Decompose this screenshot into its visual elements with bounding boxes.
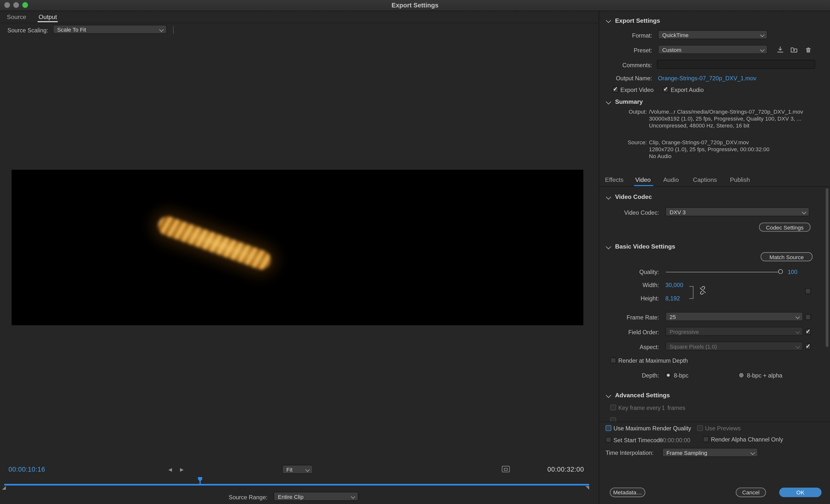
export-audio-checkbox[interactable]: ✓: [663, 87, 669, 93]
delete-preset-icon[interactable]: [804, 45, 812, 54]
left-tabs-divider: [0, 23, 599, 23]
timeline-scrubber[interactable]: [4, 484, 589, 485]
use-max-render-quality-checkbox[interactable]: [606, 425, 611, 431]
format-value: QuickTime: [662, 31, 689, 38]
advanced-settings-header[interactable]: Advanced Settings: [615, 392, 670, 398]
timeline-end-handle[interactable]: [585, 486, 589, 490]
time-interpolation-dropdown[interactable]: Frame Sampling: [662, 448, 758, 457]
export-video-checkbox[interactable]: ✓: [612, 87, 618, 93]
set-in-point-icon[interactable]: ◀: [168, 467, 172, 472]
footer-divider: [599, 422, 830, 422]
aspect-value: Square Pixels (1.0): [670, 343, 717, 349]
field-order-match-checkbox[interactable]: ✓: [805, 329, 811, 335]
render-alpha-only-checkbox[interactable]: [703, 436, 709, 442]
summary-source-label: Source:: [598, 139, 647, 146]
tab-audio[interactable]: Audio: [663, 177, 679, 183]
playhead-stem: [199, 481, 200, 485]
chevron-down-icon[interactable]: [606, 99, 611, 104]
chevron-down-icon: [305, 467, 310, 472]
preset-dropdown[interactable]: Custom: [658, 45, 767, 54]
summary-header[interactable]: Summary: [615, 98, 643, 105]
scrollbar-thumb[interactable]: [826, 188, 829, 347]
depth-8bpc-radio[interactable]: [665, 372, 671, 378]
metadata-button[interactable]: Metadata…: [610, 488, 645, 497]
tab-publish[interactable]: Publish: [730, 177, 750, 183]
export-settings-header[interactable]: Export Settings: [615, 18, 660, 24]
source-range-dropdown[interactable]: Entire Clip: [274, 492, 358, 501]
output-name-label: Output Name:: [598, 75, 652, 81]
ok-button[interactable]: OK: [779, 488, 821, 497]
source-range-label: Source Range:: [229, 494, 267, 500]
format-label: Format:: [598, 32, 652, 39]
frame-rate-label: Frame Rate:: [606, 314, 659, 321]
zoom-level-value: Fit: [286, 466, 293, 473]
tab-output[interactable]: Output: [38, 14, 57, 20]
summary-output-line: Uncompressed, 48000 Hz, Stereo, 16 bit: [649, 122, 749, 129]
import-preset-icon[interactable]: [790, 45, 798, 54]
chevron-down-icon: [795, 344, 800, 348]
depth-8bpc-alpha-radio[interactable]: [739, 372, 744, 378]
chevron-down-icon: [351, 494, 355, 499]
chevron-down-icon[interactable]: [606, 393, 611, 398]
separator-tick: [173, 26, 173, 34]
zoom-level-dropdown[interactable]: Fit: [282, 465, 313, 474]
basic-video-settings-header[interactable]: Basic Video Settings: [615, 243, 675, 250]
frame-rate-dropdown[interactable]: 25: [665, 312, 803, 321]
video-codec-header[interactable]: Video Codec: [615, 194, 652, 200]
quality-value[interactable]: 100: [788, 269, 797, 275]
chevron-down-icon[interactable]: [606, 195, 611, 200]
aspect-dropdown: Square Pixels (1.0): [665, 342, 803, 350]
summary-source-line: 1280x720 (1.0), 25 fps, Progressive, 00:…: [649, 146, 770, 153]
preset-label: Preset:: [598, 47, 652, 54]
dimensions-match-checkbox[interactable]: [805, 288, 811, 294]
video-codec-dropdown[interactable]: DXV 3: [665, 207, 809, 216]
comments-label: Comments:: [598, 62, 652, 68]
aspect-label: Aspect:: [606, 344, 659, 350]
frame-rate-match-checkbox[interactable]: [805, 314, 811, 320]
chevron-down-icon[interactable]: [606, 244, 611, 249]
depth-8bpc-label: 8-bpc: [674, 372, 689, 379]
chevron-down-icon: [795, 329, 800, 334]
chevron-down-icon: [760, 47, 765, 52]
field-order-value: Progressive: [670, 328, 699, 335]
chevron-down-icon: [751, 450, 755, 455]
cancel-button[interactable]: Cancel: [736, 488, 766, 497]
summary-output-line: 30000x8192 (1.0), 25 fps, Progressive, Q…: [649, 115, 801, 122]
summary-output-line: /Volume...r Class/media/Orange-Strings-0…: [649, 108, 803, 115]
height-label: Height:: [606, 295, 659, 301]
chevron-down-icon[interactable]: [606, 18, 611, 23]
timeline-start-handle[interactable]: [2, 486, 6, 490]
width-value[interactable]: 30,000: [665, 282, 683, 288]
tab-captions[interactable]: Captions: [693, 177, 717, 183]
quality-slider-knob[interactable]: [778, 269, 783, 274]
field-order-dropdown: Progressive: [665, 327, 803, 336]
aspect-match-checkbox[interactable]: ✓: [805, 344, 811, 349]
height-value[interactable]: 8,192: [665, 295, 680, 301]
tab-video[interactable]: Video: [635, 177, 651, 183]
format-dropdown[interactable]: QuickTime: [658, 30, 767, 39]
chevron-down-icon: [802, 209, 806, 214]
quality-slider-track[interactable]: [666, 272, 778, 272]
start-timecode-value[interactable]: 00:00:00:00: [660, 437, 690, 443]
chevron-down-icon: [795, 314, 800, 319]
comments-input[interactable]: [657, 60, 815, 69]
tab-source[interactable]: Source: [7, 14, 26, 20]
depth-label: Depth:: [606, 372, 659, 379]
codec-settings-button[interactable]: Codec Settings: [759, 223, 810, 232]
unlink-aspect-icon[interactable]: [698, 286, 707, 295]
render-max-depth-checkbox[interactable]: [610, 358, 616, 363]
set-start-timecode-checkbox[interactable]: [606, 437, 611, 443]
save-preset-icon[interactable]: [776, 45, 785, 54]
match-source-button[interactable]: Match Source: [761, 252, 812, 261]
set-out-point-icon[interactable]: ▶: [180, 467, 184, 472]
current-timecode[interactable]: 00:00:10:16: [8, 466, 45, 473]
tab-effects[interactable]: Effects: [605, 177, 624, 183]
video-codec-label: Video Codec:: [606, 209, 659, 216]
monitor-icon[interactable]: [502, 466, 510, 472]
time-interpolation-label: Time Interpolation:: [606, 450, 653, 456]
output-name-link[interactable]: Orange-Strings-07_720p_DXV_1.mov: [658, 75, 756, 81]
source-scaling-dropdown[interactable]: Scale To Fit: [53, 25, 167, 34]
duration-timecode: 00:00:32:00: [547, 466, 584, 473]
chevron-down-icon: [760, 32, 765, 37]
summary-source-line: Clip, Orange-Strings-07_720p_DXV.mov: [649, 139, 749, 146]
